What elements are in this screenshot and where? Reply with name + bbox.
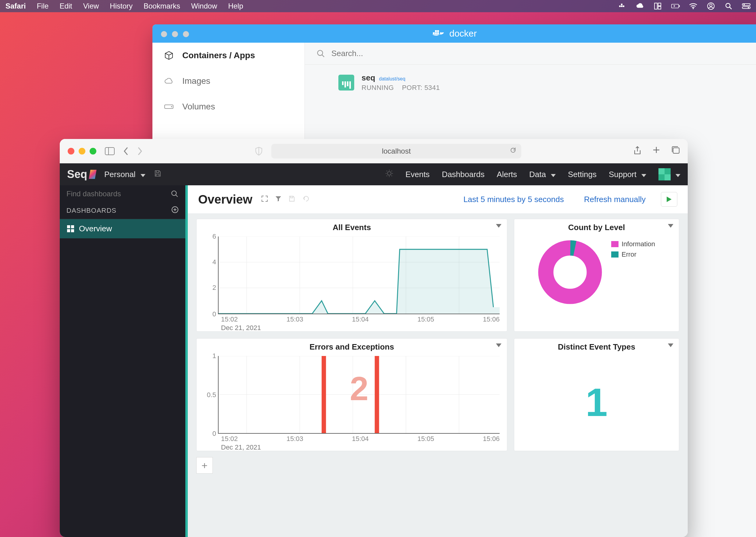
play-icon <box>666 196 672 203</box>
workspace-dropdown[interactable]: Personal <box>104 170 146 179</box>
nav-events[interactable]: Events <box>405 170 430 179</box>
docker-brand: docker <box>432 28 477 39</box>
svg-line-41 <box>387 176 387 176</box>
sidebar-item-images[interactable]: Images <box>152 68 305 94</box>
svg-rect-22 <box>437 30 439 32</box>
nav-support[interactable]: Support <box>609 170 646 179</box>
card-menu[interactable] <box>496 224 501 229</box>
tabs-overview-icon[interactable] <box>671 146 680 156</box>
chevron-down-icon <box>674 170 680 179</box>
legend: Information Error <box>611 240 655 261</box>
svg-rect-4 <box>654 3 657 9</box>
count-by-level-chart[interactable]: Information Error <box>514 234 679 310</box>
nav-data[interactable]: Data <box>529 170 556 179</box>
all-events-chart[interactable]: 6420 <box>197 234 507 331</box>
nav-settings[interactable]: Settings <box>568 170 597 179</box>
card-distinct-types: Distinct Event Types 1 <box>514 338 679 451</box>
svg-point-17 <box>748 7 749 8</box>
chevron-down-icon <box>139 170 146 179</box>
container-name: seq <box>361 73 375 82</box>
seq-brand[interactable]: Seq <box>67 168 96 181</box>
user-icon[interactable] <box>707 2 715 10</box>
card-menu[interactable] <box>668 224 673 229</box>
y-axis: 6420 <box>204 236 216 314</box>
card-menu[interactable] <box>496 343 501 348</box>
chevron-down-icon <box>640 170 646 179</box>
card-menu[interactable] <box>668 343 673 348</box>
save-icon[interactable] <box>288 195 295 203</box>
safari-traffic-lights[interactable] <box>68 148 96 154</box>
play-button[interactable] <box>661 192 677 207</box>
safari-window: localhost Seq Personal Events Dashboa <box>60 139 688 537</box>
sidebar-item-containers[interactable]: Containers / Apps <box>152 43 305 68</box>
container-row[interactable]: seq datalust/seq RUNNING PORT: 5341 <box>305 64 756 100</box>
x-axis-date: Dec 21, 2021 <box>221 443 261 451</box>
new-tab-icon[interactable] <box>652 146 660 156</box>
docker-status-icon[interactable] <box>618 2 627 10</box>
nav-alerts[interactable]: Alerts <box>497 170 517 179</box>
safari-toolbar: localhost <box>60 139 688 163</box>
share-icon[interactable] <box>633 146 641 156</box>
address-bar[interactable]: localhost <box>271 144 521 158</box>
docker-search-bar[interactable] <box>305 43 756 64</box>
x-axis: 15:0215:0315:0415:0515:06 <box>221 435 500 443</box>
menubar-help[interactable]: Help <box>228 2 243 10</box>
svg-rect-18 <box>433 32 435 34</box>
control-center-icon[interactable] <box>742 2 750 10</box>
grid-icon <box>67 225 74 232</box>
theme-toggle-icon[interactable] <box>385 169 393 180</box>
panel-icon[interactable] <box>653 2 662 10</box>
macos-menubar: Safari File Edit View History Bookmarks … <box>0 0 756 12</box>
card-title: Count by Level <box>514 219 679 234</box>
container-running-icon <box>338 75 354 91</box>
container-image-link[interactable]: datalust/seq <box>379 76 405 81</box>
back-button[interactable] <box>123 147 129 155</box>
card-errors: Errors and Exceptions 10.50 <box>196 338 507 451</box>
reload-icon[interactable] <box>510 147 516 155</box>
svg-line-13 <box>730 7 732 9</box>
svg-rect-65 <box>321 356 326 433</box>
svg-rect-32 <box>673 148 679 153</box>
save-icon[interactable] <box>154 170 161 179</box>
dashboard-search-input[interactable] <box>66 189 166 198</box>
svg-point-12 <box>726 3 730 8</box>
add-card-button[interactable]: + <box>196 457 213 474</box>
sidebar-toggle-icon[interactable] <box>105 147 115 155</box>
seq-main: Overview Last 5 minutes by 5 seconds <box>185 185 688 537</box>
battery-icon[interactable] <box>671 2 680 10</box>
fullscreen-icon[interactable] <box>261 195 268 204</box>
svg-point-9 <box>693 8 694 9</box>
page-title: Overview <box>198 193 252 206</box>
seq-sidebar: DASHBOARDS Overview <box>60 185 185 537</box>
shield-icon[interactable] <box>255 146 263 156</box>
menubar-history[interactable]: History <box>110 2 133 10</box>
menubar-edit[interactable]: Edit <box>60 2 72 10</box>
svg-rect-14 <box>742 4 750 6</box>
wifi-icon[interactable] <box>689 2 697 10</box>
errors-chart[interactable]: 10.50 <box>197 353 507 451</box>
menubar-window[interactable]: Window <box>191 2 217 10</box>
refresh-selector[interactable]: Refresh manually <box>584 195 648 204</box>
docker-search-input[interactable] <box>331 49 744 58</box>
undo-icon[interactable] <box>302 196 309 203</box>
add-dashboard-icon[interactable] <box>171 206 179 215</box>
chevron-down-icon <box>549 170 556 179</box>
sidebar-item-overview[interactable]: Overview <box>60 219 185 238</box>
menubar-view[interactable]: View <box>83 2 99 10</box>
dashboard-search[interactable] <box>60 185 185 202</box>
menubar-bookmarks[interactable]: Bookmarks <box>144 2 180 10</box>
address-text: localhost <box>382 147 411 155</box>
menubar-file[interactable]: File <box>37 2 49 10</box>
docker-traffic-lights[interactable] <box>161 31 189 37</box>
forward-button[interactable] <box>137 147 143 155</box>
timerange-selector[interactable]: Last 5 minutes by 5 seconds <box>463 195 567 204</box>
svg-line-39 <box>392 176 392 176</box>
nav-dashboards[interactable]: Dashboards <box>442 170 484 179</box>
filter-icon[interactable] <box>275 195 282 203</box>
seq-logo-icon <box>89 170 96 179</box>
cloud-icon[interactable] <box>636 2 645 10</box>
search-icon[interactable] <box>724 2 733 10</box>
user-menu[interactable] <box>658 168 680 181</box>
svg-point-24 <box>171 106 172 107</box>
sidebar-item-volumes[interactable]: Volumes <box>152 94 305 119</box>
